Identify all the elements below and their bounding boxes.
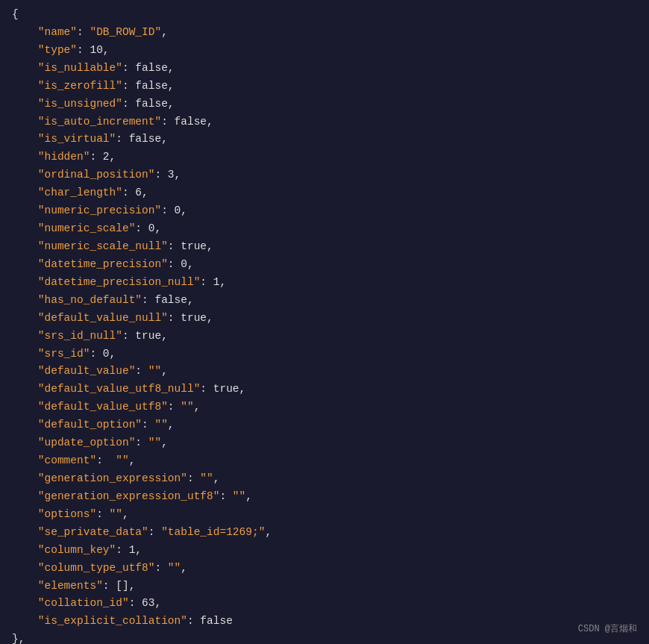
line-generation-expression: "generation_expression": "", — [12, 470, 637, 488]
line-default-option: "default_option": "", — [12, 416, 637, 434]
line-se-private-data: "se_private_data": "table_id=1269;", — [12, 524, 637, 542]
line-close-brace: }, — [12, 631, 637, 644]
line-column-key: "column_key": 1, — [12, 542, 637, 560]
line-numeric-scale: "numeric_scale": 0, — [12, 220, 637, 238]
line-options: "options": "", — [12, 506, 637, 524]
line-name: "name": "DB_ROW_ID", — [12, 24, 637, 42]
line-datetime-precision: "datetime_precision": 0, — [12, 256, 637, 274]
code-container: { "name": "DB_ROW_ID", "type": 10, "is_n… — [0, 0, 649, 644]
line-default-value-utf8-null: "default_value_utf8_null": true, — [12, 381, 637, 398]
line-open-brace: { — [12, 6, 637, 24]
line-collation-id: "collation_id": 63, — [12, 595, 637, 613]
line-numeric-scale-null: "numeric_scale_null": true, — [12, 238, 637, 256]
line-has-no-default: "has_no_default": false, — [12, 292, 637, 310]
line-char-length: "char_length": 6, — [12, 184, 637, 202]
line-default-value-utf8: "default_value_utf8": "", — [12, 398, 637, 416]
line-datetime-precision-null: "datetime_precision_null": 1, — [12, 274, 637, 292]
line-generation-expression-utf8: "generation_expression_utf8": "", — [12, 488, 637, 506]
line-column-type-utf8: "column_type_utf8": "", — [12, 560, 637, 578]
line-hidden: "hidden": 2, — [12, 149, 637, 166]
line-type: "type": 10, — [12, 42, 637, 60]
line-default-value-null: "default_value_null": true, — [12, 310, 637, 328]
line-is-explicit-collation: "is_explicit_collation": false — [12, 613, 637, 631]
watermark: CSDN @言烟和 — [578, 622, 637, 635]
line-is-virtual: "is_virtual": false, — [12, 131, 637, 149]
line-ordinal-position: "ordinal_position": 3, — [12, 166, 637, 184]
line-srs-id: "srs_id": 0, — [12, 346, 637, 363]
line-comment: "comment": "", — [12, 452, 637, 470]
line-update-option: "update_option": "", — [12, 434, 637, 452]
line-is-auto-increment: "is_auto_increment": false, — [12, 113, 637, 131]
line-srs-id-null: "srs_id_null": true, — [12, 328, 637, 346]
line-elements: "elements": [], — [12, 578, 637, 595]
line-is-unsigned: "is_unsigned": false, — [12, 96, 637, 113]
line-is-zerofill: "is_zerofill": false, — [12, 78, 637, 96]
line-is-nullable: "is_nullable": false, — [12, 60, 637, 78]
line-numeric-precision: "numeric_precision": 0, — [12, 202, 637, 220]
line-default-value: "default_value": "", — [12, 363, 637, 381]
